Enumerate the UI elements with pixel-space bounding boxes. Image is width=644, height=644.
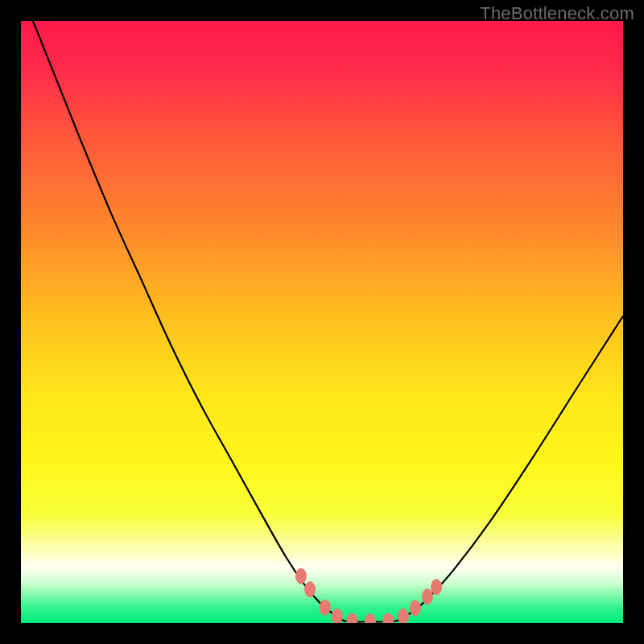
valley-marker xyxy=(305,582,316,597)
valley-marker xyxy=(398,609,408,623)
valley-marker xyxy=(320,600,330,615)
valley-marker xyxy=(431,580,442,595)
chart-plot-area xyxy=(21,21,623,623)
valley-marker xyxy=(295,568,306,584)
valley-marker xyxy=(422,589,432,605)
chart-frame: TheBottleneck.com xyxy=(0,0,644,644)
chart-svg xyxy=(21,21,623,623)
valley-marker xyxy=(332,609,342,623)
valley-marker xyxy=(410,601,420,616)
chart-background-gradient xyxy=(21,21,623,623)
watermark-label: TheBottleneck.com xyxy=(480,3,634,24)
